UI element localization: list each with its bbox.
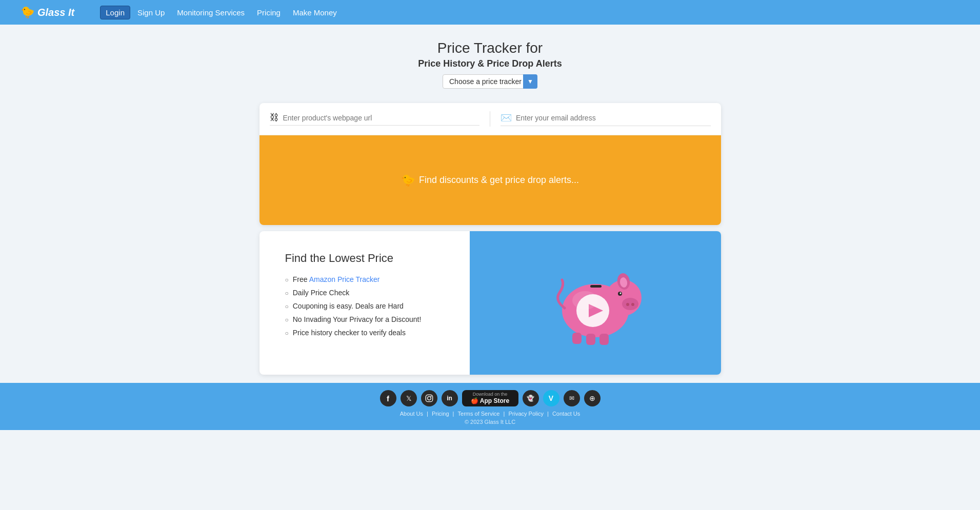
url-input[interactable] xyxy=(283,114,480,122)
footer-about-link[interactable]: About Us xyxy=(400,411,423,417)
bullet-icon: ○ xyxy=(285,316,289,323)
bullet-icon: ○ xyxy=(285,276,289,283)
list-item: ○ No Invading Your Privacy for a Discoun… xyxy=(285,315,449,323)
nav-makemoney[interactable]: Make Money xyxy=(288,6,342,19)
svg-rect-12 xyxy=(590,285,602,288)
footer-tos-link[interactable]: Terms of Service xyxy=(458,411,500,417)
video-thumbnail[interactable] xyxy=(470,231,721,375)
list-item: ○ Couponing is easy. Deals are Hard xyxy=(285,302,449,310)
banner-text: Find discounts & get price drop alerts..… xyxy=(419,175,579,186)
find-right xyxy=(470,231,721,375)
svg-rect-9 xyxy=(572,333,582,344)
email-icon[interactable]: ✉ xyxy=(564,390,580,406)
svg-rect-16 xyxy=(426,395,432,401)
list-item: ○ Price history checker to verify deals xyxy=(285,329,449,337)
orange-banner: 🐤 Find discounts & get price drop alerts… xyxy=(259,135,721,225)
logo-icon: 🐤 xyxy=(21,6,34,19)
svg-point-4 xyxy=(631,303,634,306)
list-item-text: Price history checker to verify deals xyxy=(293,329,406,337)
footer: f 𝕏 in Download on the 🍎 App Store 👻 V ✉… xyxy=(0,383,980,430)
snapchat-icon[interactable]: 👻 xyxy=(523,390,539,406)
list-item-text: Couponing is easy. Deals are Hard xyxy=(293,302,404,310)
bullet-icon: ○ xyxy=(285,290,289,297)
svg-point-18 xyxy=(430,396,431,397)
footer-icons: f 𝕏 in Download on the 🍎 App Store 👻 V ✉… xyxy=(10,390,970,406)
footer-privacy-link[interactable]: Privacy Policy xyxy=(508,411,543,417)
footer-pricing-link[interactable]: Pricing xyxy=(432,411,449,417)
bullet-icon: ○ xyxy=(285,330,289,337)
list-item: ○ Daily Price Check xyxy=(285,289,449,297)
nav-login[interactable]: Login xyxy=(100,6,130,19)
footer-contact-link[interactable]: Contact Us xyxy=(552,411,580,417)
footer-copyright: © 2023 Glass It LLC xyxy=(10,419,970,425)
list-item-text: Daily Price Check xyxy=(293,289,349,297)
tracker-select[interactable]: Choose a price tracker Amazon Price Trac… xyxy=(443,74,537,89)
appstore-small-text: Download on the xyxy=(473,392,508,397)
main-card: ⛓ ✉️ 🐤 Find discounts & get price drop a… xyxy=(259,103,721,225)
input-divider xyxy=(490,111,490,127)
email-input[interactable] xyxy=(516,114,711,122)
nav-signup[interactable]: Sign Up xyxy=(132,6,170,19)
bullet-icon: ○ xyxy=(285,303,289,310)
list-item: ○ Free Amazon Price Tracker xyxy=(285,275,449,283)
svg-point-2 xyxy=(622,298,638,310)
svg-point-6 xyxy=(619,293,621,294)
piggy-svg xyxy=(544,257,647,349)
email-icon: ✉️ xyxy=(501,112,512,124)
hero-select-wrap: Choose a price tracker Amazon Price Trac… xyxy=(10,74,970,89)
hero-title: Price Tracker for xyxy=(10,40,970,56)
svg-rect-11 xyxy=(599,334,609,345)
facebook-icon[interactable]: f xyxy=(380,390,396,406)
navbar: 🐤 Glass It Login Sign Up Monitoring Serv… xyxy=(0,0,980,25)
find-list: ○ Free Amazon Price Tracker ○ Daily Pric… xyxy=(285,275,449,337)
footer-links: About Us | Pricing | Terms of Service | … xyxy=(10,411,970,417)
nav-monitoring[interactable]: Monitoring Services xyxy=(172,6,250,19)
nav-links: Login Sign Up Monitoring Services Pricin… xyxy=(100,6,342,19)
twitter-icon[interactable]: 𝕏 xyxy=(401,390,417,406)
appstore-big-text: 🍎 App Store xyxy=(471,398,509,404)
hero-subtitle: Price History & Price Drop Alerts xyxy=(10,58,970,69)
tracker-select-wrapper: Choose a price tracker Amazon Price Trac… xyxy=(443,74,537,89)
appstore-button[interactable]: Download on the 🍎 App Store xyxy=(462,390,518,406)
linkedin-icon[interactable]: in xyxy=(442,390,458,406)
compass-icon[interactable]: ⊕ xyxy=(584,390,601,406)
find-title: Find the Lowest Price xyxy=(285,252,449,265)
instagram-icon[interactable] xyxy=(421,390,437,406)
banner-content: 🐤 Find discounts & get price drop alerts… xyxy=(401,174,579,187)
svg-point-3 xyxy=(626,303,629,306)
logo[interactable]: 🐤 Glass It xyxy=(21,6,74,19)
svg-point-17 xyxy=(427,397,431,400)
find-left: Find the Lowest Price ○ Free Amazon Pric… xyxy=(259,231,470,375)
input-row: ⛓ ✉️ xyxy=(259,103,721,135)
svg-rect-10 xyxy=(586,334,595,345)
find-section: Find the Lowest Price ○ Free Amazon Pric… xyxy=(259,231,721,375)
banner-icon: 🐤 xyxy=(401,174,415,187)
logo-text: Glass It xyxy=(37,7,74,18)
amazon-price-tracker-link[interactable]: Amazon Price Tracker xyxy=(309,275,380,283)
list-item-text: No Invading Your Privacy for a Discount! xyxy=(293,315,422,323)
url-input-group: ⛓ xyxy=(270,112,480,126)
email-input-group: ✉️ xyxy=(501,112,711,126)
vimeo-icon[interactable]: V xyxy=(543,390,559,406)
svg-point-15 xyxy=(572,291,598,310)
hero-section: Price Tracker for Price History & Price … xyxy=(0,25,980,97)
list-item-text: Free Amazon Price Tracker xyxy=(293,275,380,283)
link-icon: ⛓ xyxy=(270,112,279,123)
nav-pricing[interactable]: Pricing xyxy=(252,6,286,19)
